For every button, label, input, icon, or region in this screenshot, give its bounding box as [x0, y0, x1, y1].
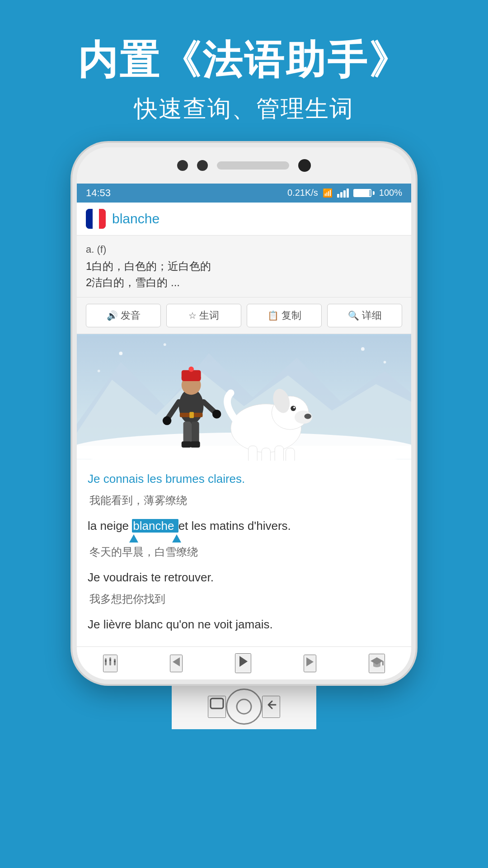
search-bar: blanche [77, 203, 411, 236]
signal-bar-3 [343, 190, 346, 198]
status-time: 14:53 [86, 187, 111, 199]
sentences-section: Je connais les brumes claires. 我能看到，薄雾缭绕… [77, 461, 411, 647]
camera-right [197, 160, 208, 171]
svg-rect-4 [77, 446, 411, 459]
copy-label: 复制 [282, 309, 301, 322]
flag-blue [86, 209, 93, 229]
study-button[interactable] [369, 654, 385, 673]
svg-point-38 [361, 347, 365, 351]
graduation-cap-icon [370, 655, 384, 669]
sentence-2-part1: la neige [88, 519, 132, 533]
battery-icon [353, 189, 375, 197]
handle-left [129, 534, 138, 542]
play-icon [236, 654, 250, 669]
header-section: 内置《法语助手》 快速查询、管理生词 [78, 0, 410, 143]
sentence-2-chinese: 冬天的早晨，白雪缭绕 [88, 543, 400, 561]
flag-red [99, 209, 106, 229]
header-title: 内置《法语助手》 [78, 36, 410, 84]
phone-top-bar [77, 147, 411, 184]
back-icon [263, 697, 279, 713]
android-nav-bar [172, 684, 316, 729]
sentence-4-french: Je lièvre blanc qu'on ne voit jamais. [88, 615, 400, 634]
svg-point-25 [304, 414, 311, 419]
definition-line-2: 2洁白的，雪白的 ... [86, 274, 402, 291]
search-icon: 🔍 [348, 310, 359, 321]
snow-scene-svg [77, 334, 411, 461]
camera-left [177, 160, 188, 171]
searched-word: blanche [112, 211, 160, 226]
header-subtitle: 快速查询、管理生词 [78, 93, 410, 125]
definition-line-1: 1白的，白色的；近白色的 [86, 258, 402, 274]
highlighted-blanche: blanche [132, 519, 178, 533]
phone-mockup: 14:53 0.21K/s 📶 100% [72, 143, 416, 684]
svg-point-39 [384, 361, 386, 363]
network-speed: 0.21K/s [287, 188, 318, 198]
app-screen: blanche a. (f) 1白的，白色的；近白色的 2洁白的，雪白的 ...… [77, 203, 411, 680]
svg-rect-17 [190, 441, 200, 448]
sentence-1-chinese: 我能看到，薄雾缭绕 [88, 492, 400, 509]
svg-point-35 [119, 351, 122, 355]
svg-point-13 [212, 410, 221, 418]
prev-button[interactable] [170, 655, 183, 672]
pronunciation-button[interactable]: 🔊 发音 [86, 304, 161, 327]
svg-rect-45 [114, 660, 116, 662]
action-buttons: 🔊 发音 ☆ 生词 📋 复制 🔍 详细 [77, 297, 411, 334]
french-flag [86, 209, 106, 229]
battery-fill [354, 190, 370, 196]
detail-button[interactable]: 🔍 详细 [327, 304, 402, 327]
svg-point-12 [163, 416, 171, 425]
signal-bar-4 [347, 189, 349, 198]
svg-point-24 [293, 406, 295, 408]
svg-rect-30 [286, 448, 295, 461]
svg-point-52 [237, 699, 251, 714]
home-icon [235, 698, 253, 716]
svg-rect-28 [262, 448, 270, 461]
speaker-grille [217, 161, 289, 170]
svg-marker-47 [239, 656, 248, 667]
svg-rect-29 [275, 446, 283, 461]
svg-point-9 [188, 366, 194, 372]
svg-point-37 [98, 369, 100, 372]
pronunciation-label: 发音 [121, 309, 141, 322]
star-icon: ☆ [188, 310, 197, 321]
signal-bar-2 [340, 192, 343, 198]
svg-rect-42 [109, 657, 111, 665]
front-camera [298, 159, 311, 172]
detail-label: 详细 [362, 309, 382, 322]
definition-section: a. (f) 1白的，白色的；近白色的 2洁白的，雪白的 ... [77, 236, 411, 297]
svg-point-23 [291, 406, 296, 411]
svg-rect-27 [249, 446, 257, 461]
recent-apps-button[interactable] [208, 696, 226, 718]
image-section [77, 334, 411, 461]
back-button[interactable] [262, 696, 280, 718]
speaker-icon: 🔊 [107, 310, 118, 321]
svg-rect-51 [211, 698, 223, 708]
next-icon [305, 656, 315, 668]
svg-rect-19 [189, 412, 194, 418]
battery-tip [373, 191, 375, 195]
settings-nav-button[interactable] [103, 655, 117, 672]
handle-right [172, 534, 181, 542]
sentence-1-french: Je connais les brumes claires. [88, 470, 400, 489]
prev-icon [171, 656, 182, 668]
flag-white-stripe [93, 209, 99, 229]
vocabulary-button[interactable]: ☆ 生词 [166, 304, 241, 327]
svg-rect-14 [183, 421, 192, 443]
svg-rect-43 [109, 659, 111, 661]
signal-bar-1 [337, 194, 339, 198]
play-button[interactable] [235, 653, 251, 673]
wifi-icon: 📶 [323, 188, 333, 198]
bottom-nav [77, 646, 411, 679]
svg-marker-48 [306, 657, 314, 666]
next-button[interactable] [304, 655, 316, 672]
app-logo [86, 209, 106, 229]
copy-button[interactable]: 📋 复制 [247, 304, 322, 327]
home-button[interactable] [226, 689, 262, 725]
battery-percent: 100% [379, 188, 402, 198]
svg-rect-50 [382, 661, 384, 665]
part-of-speech: a. (f) [86, 244, 402, 255]
vocabulary-label: 生词 [199, 309, 219, 322]
svg-point-36 [164, 343, 166, 346]
sentence-2-french: la neige blanche et les matins d'hivers. [88, 517, 400, 536]
signal-bars [337, 189, 349, 198]
